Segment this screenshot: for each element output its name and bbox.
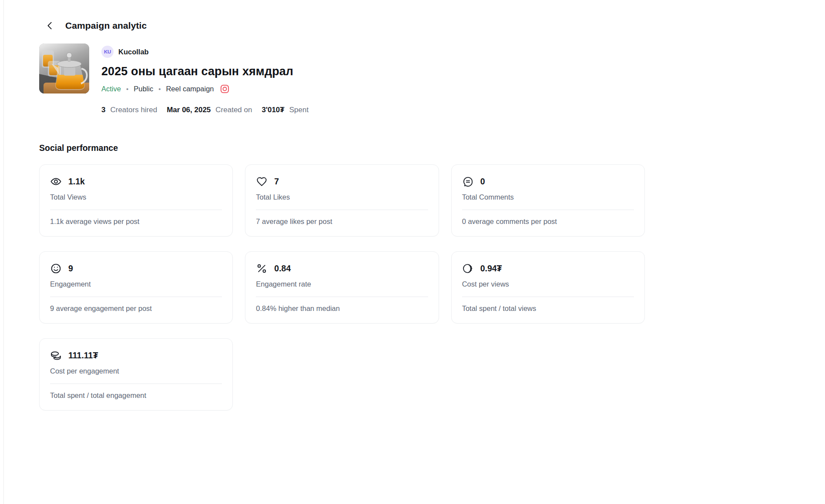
metric-label: Engagement bbox=[50, 280, 222, 288]
smiley-icon bbox=[50, 263, 62, 274]
stat-value: Mar 06, 2025 bbox=[167, 106, 211, 114]
metric-card: 0.84 Engagement rate 0.84% higher than m… bbox=[245, 251, 439, 324]
metric-description: 9 average engagement per post bbox=[50, 304, 222, 313]
metric-card-head: 111.11₮ bbox=[50, 350, 222, 361]
chevron-left-icon bbox=[45, 21, 55, 30]
metric-card: 0 Total Comments 0 average comments per … bbox=[451, 164, 645, 237]
campaign-title: 2025 оны цагаан сарын хямдрал bbox=[101, 65, 309, 78]
page-title: Campaign analytic bbox=[65, 20, 147, 31]
metric-card-head: 7 bbox=[256, 176, 428, 187]
metric-card: 0.94₮ Cost per views Total spent / total… bbox=[451, 251, 645, 324]
card-divider bbox=[256, 297, 428, 297]
metric-value: 111.11₮ bbox=[68, 350, 98, 360]
brand-name: Kucollab bbox=[118, 48, 149, 56]
card-divider bbox=[50, 297, 222, 297]
stat-label: Created on bbox=[215, 106, 252, 114]
campaign-visibility: Public bbox=[134, 85, 153, 93]
card-divider bbox=[50, 384, 222, 384]
stat-item: 3'010₮ Spent bbox=[262, 106, 309, 114]
metric-card-head: 9 bbox=[50, 263, 222, 274]
metric-card-head: 0.94₮ bbox=[462, 263, 634, 274]
metric-description: 1.1k average views per post bbox=[50, 217, 222, 226]
card-divider bbox=[50, 210, 222, 210]
meta-separator: • bbox=[158, 85, 161, 93]
metric-value: 9 bbox=[68, 264, 73, 274]
stat-label: Creators hired bbox=[110, 106, 157, 114]
metric-description: 7 average likes per post bbox=[256, 217, 428, 226]
social-performance-section: Social performance 1.1k Total Views 1.1k… bbox=[39, 143, 645, 411]
instagram-icon bbox=[220, 84, 230, 94]
performance-cards-grid: 1.1k Total Views 1.1k average views per … bbox=[39, 164, 645, 411]
section-title-social-performance: Social performance bbox=[39, 143, 645, 153]
metric-card: 1.1k Total Views 1.1k average views per … bbox=[39, 164, 233, 237]
metric-card: 111.11₮ Cost per engagement Total spent … bbox=[39, 338, 233, 411]
brand-row: KU Kucollab bbox=[101, 46, 309, 58]
stat-value: 3'010₮ bbox=[262, 106, 284, 114]
heart-icon bbox=[256, 176, 268, 187]
metric-card-head: 0 bbox=[462, 176, 634, 187]
coins-icon bbox=[50, 350, 62, 361]
teapot-photo bbox=[39, 43, 89, 93]
back-button[interactable] bbox=[44, 20, 56, 31]
topbar: Campaign analytic bbox=[39, 20, 645, 31]
metric-value: 0.94₮ bbox=[480, 264, 502, 274]
stat-item: 3 Creators hired bbox=[101, 106, 157, 114]
metric-description: Total spent / total engagement bbox=[50, 391, 222, 400]
campaign-info: KU Kucollab 2025 оны цагаан сарын хямдра… bbox=[101, 43, 309, 114]
metric-label: Engagement rate bbox=[256, 280, 428, 288]
metric-value: 0.84 bbox=[274, 264, 291, 274]
page-left-border bbox=[3, 0, 4, 504]
card-divider bbox=[256, 210, 428, 210]
metric-card: 7 Total Likes 7 average likes per post bbox=[245, 164, 439, 237]
coin-icon bbox=[462, 263, 474, 274]
metric-value: 7 bbox=[274, 177, 279, 187]
campaign-meta: Active • Public • Reel campaign bbox=[101, 84, 309, 94]
campaign-stats: 3 Creators hired Mar 06, 2025 Created on… bbox=[101, 106, 309, 114]
campaign-type: Reel campaign bbox=[166, 85, 214, 93]
metric-card: 9 Engagement 9 average engagement per po… bbox=[39, 251, 233, 324]
stat-label: Spent bbox=[289, 106, 309, 114]
brand-avatar: KU bbox=[101, 46, 114, 58]
stat-value: 3 bbox=[101, 106, 105, 114]
status-badge: Active bbox=[101, 85, 121, 93]
metric-label: Cost per engagement bbox=[50, 367, 222, 375]
percent-icon bbox=[256, 263, 268, 274]
campaign-thumbnail bbox=[39, 43, 89, 93]
metric-description: 0 average comments per post bbox=[462, 217, 634, 226]
metric-description: Total spent / total views bbox=[462, 304, 634, 313]
metric-label: Total Comments bbox=[462, 193, 634, 201]
meta-separator: • bbox=[126, 85, 128, 93]
card-divider bbox=[462, 297, 634, 297]
metric-label: Total Likes bbox=[256, 193, 428, 201]
stat-item: Mar 06, 2025 Created on bbox=[167, 106, 252, 114]
campaign-header: KU Kucollab 2025 оны цагаан сарын хямдра… bbox=[39, 43, 645, 114]
comment-icon bbox=[462, 176, 474, 187]
metric-value: 0 bbox=[480, 177, 485, 187]
eye-icon bbox=[50, 176, 62, 187]
metric-description: 0.84% higher than median bbox=[256, 304, 428, 313]
metric-card-head: 0.84 bbox=[256, 263, 428, 274]
card-divider bbox=[462, 210, 634, 210]
metric-label: Total Views bbox=[50, 193, 222, 201]
metric-card-head: 1.1k bbox=[50, 176, 222, 187]
brand-avatar-initials: KU bbox=[104, 49, 111, 54]
metric-label: Cost per views bbox=[462, 280, 634, 288]
campaign-analytic-page: Campaign analytic bbox=[39, 0, 645, 411]
metric-value: 1.1k bbox=[68, 177, 85, 187]
